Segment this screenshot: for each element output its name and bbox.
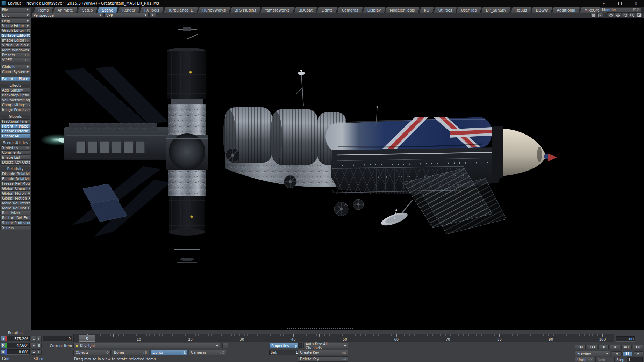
menu-edit[interactable]: Edit▼	[0, 13, 30, 18]
sidebar-item-compositing[interactable]: Compositing^F7	[0, 103, 30, 107]
sidebar-item-globals[interactable]: Globals▼	[0, 65, 30, 69]
tab-3ps-plugins[interactable]: 3PS Plugins	[230, 7, 261, 13]
viewport-3d-scene[interactable]	[31, 18, 644, 330]
tab-dp-sunsky[interactable]: DP_SunSky	[481, 7, 511, 13]
sidebar-item-scene-editor[interactable]: Scene Editor▼	[0, 23, 30, 28]
select-bones-button[interactable]: Bones+B	[112, 350, 149, 355]
tab-utilities[interactable]: Utilities	[434, 7, 457, 13]
pan-view-icon[interactable]	[615, 13, 621, 18]
timeline-slider-handle[interactable]: 0	[79, 335, 95, 342]
next-keyframe-button[interactable]: ▶▶+	[621, 345, 632, 349]
timeline-scroll-indicator[interactable]	[287, 328, 353, 329]
tab-render[interactable]: Render	[117, 7, 140, 13]
sidebar-item-freeze-rel-motion[interactable]: Freeze_Rel_Motion	[0, 181, 30, 186]
item-list-icon[interactable]	[590, 13, 596, 18]
tab-3dcoat[interactable]: 3DCoat	[294, 7, 317, 13]
sidebar-item-global-morph-ac[interactable]: Global_Morph_Ac...	[0, 191, 30, 196]
tab-user-tab[interactable]: User Tab	[456, 7, 482, 13]
sidebar-item-image-process[interactable]: Image Process^F8	[0, 108, 30, 112]
value-stepper[interactable]: ◀▶	[31, 343, 36, 348]
value-stepper[interactable]: ◀▶	[31, 349, 36, 355]
sidebar-item-make-rel-intera[interactable]: Make_Rel_Intera...	[0, 201, 30, 205]
tab-display[interactable]: Display	[363, 7, 386, 13]
sidebar-item-restart-rel-errors[interactable]: Restart_Rel_Errors	[0, 216, 30, 220]
sidebar-item-make-rel-not-i[interactable]: Make_Rel_Not_I...	[0, 206, 30, 210]
play-reverse-button[interactable]: ◀	[612, 351, 622, 356]
sidebar-item-statistics[interactable]: Statisticsw	[0, 145, 30, 150]
end-frame-field[interactable]: 100	[616, 336, 635, 342]
sidebar-item-viper[interactable]: VIPERF7	[0, 58, 30, 62]
center-item-icon[interactable]	[608, 13, 614, 18]
sidebar-item-virtual-studio[interactable]: Virtual Studio▼	[0, 43, 30, 48]
value-stepper[interactable]: ◀▶	[31, 336, 36, 341]
channel-value-p[interactable]: 47.60°	[7, 343, 30, 348]
undo-button[interactable]: Undo ^Z	[575, 357, 594, 362]
sidebar-item-presets[interactable]: PresetsF8	[0, 53, 30, 57]
sidebar-item-enable-deform[interactable]: Enable Deform	[0, 129, 30, 133]
redo-button[interactable]: Redo	[595, 357, 615, 362]
item-picker-button[interactable]	[222, 343, 228, 348]
view-mode-dropdown[interactable]: Perspective ▼	[31, 13, 103, 18]
sidebar-item-fractional-frm[interactable]: Fractional Frm	[0, 119, 30, 124]
sidebar-item-disable-relativity[interactable]: Disable_Relativity	[0, 172, 30, 176]
auto-key-dropdown[interactable]: Auto Key: All Channels ▼	[303, 343, 348, 348]
properties-button[interactable]: Properties p	[269, 343, 299, 348]
delete-key-button[interactable]: Delete Key del	[298, 356, 348, 362]
sidebar-item-image-list[interactable]: Image List	[0, 155, 30, 160]
sidebar-item-more-windows[interactable]: More Windows▼	[0, 48, 30, 52]
maximize-viewport-icon[interactable]	[636, 13, 642, 18]
envelope-button[interactable]: E	[37, 349, 42, 355]
render-mode-dropdown[interactable]: VPR ▼	[104, 13, 149, 18]
tab-scene[interactable]: Scene	[97, 7, 118, 13]
zoom-view-icon[interactable]	[629, 13, 635, 18]
tab-db-w[interactable]: DB&W	[531, 7, 553, 13]
select-objects-button[interactable]: Objects+O	[73, 350, 111, 355]
tab-yamatoworks[interactable]: YamatoWorks	[260, 7, 295, 13]
sidebar-item-sliders[interactable]: Sliders	[0, 225, 30, 230]
sidebar-item-enable-mc[interactable]: Enable MC	[0, 134, 30, 138]
pause-button[interactable]: ▌▌	[623, 351, 632, 356]
sidebar-item-add-sunsky[interactable]: Add_Sunsky	[0, 88, 30, 93]
tab-modeler-tools[interactable]: Modeler Tools	[385, 7, 420, 13]
sidebar-item-coord-system[interactable]: Coord System▼	[0, 70, 30, 74]
sidebar-item-global-channl-a[interactable]: Global_Channl_A...	[0, 186, 30, 191]
save-layout-icon[interactable]	[597, 13, 603, 18]
channel-value-b[interactable]: 0.00°	[7, 349, 30, 355]
select-lights-button[interactable]: Lights+L	[150, 350, 188, 355]
tab-additional[interactable]: Additional	[552, 7, 580, 13]
sidebar-item-image-editor[interactable]: Image EditorF6	[0, 38, 30, 43]
sidebar-item-relativizer[interactable]: Relativizer	[0, 211, 30, 215]
preview-dropdown[interactable]: Preview ▼	[575, 351, 610, 356]
sidebar-item-delete-key-opts[interactable]: Delete Key Opts	[0, 160, 30, 165]
tab-i-o[interactable]: I/O	[419, 7, 434, 13]
tab-fx-tools[interactable]: FX Tools	[139, 7, 164, 13]
tab-animate[interactable]: Animate	[53, 7, 78, 13]
sidebar-item-scene-professors[interactable]: Scene_Professors	[0, 220, 30, 225]
tab-rebus[interactable]: ReBus	[511, 7, 532, 13]
sidebar-item-parent-in-place[interactable]: Parent in Place	[0, 124, 30, 129]
tab-hurleyworks[interactable]: HurleyWorks	[198, 7, 231, 13]
sidebar-item-surface-editor[interactable]: Surface EditorF5	[0, 33, 30, 38]
sidebar-item-enable-relativity[interactable]: Enable_Relativity	[0, 176, 30, 181]
sidebar-item-global-motion-a[interactable]: Global_Motion_A...	[0, 196, 30, 201]
sidebar-item-comments[interactable]: Comments	[0, 150, 30, 155]
channel-value-h[interactable]: 375.20°	[7, 336, 30, 341]
envelope-button[interactable]: E	[37, 336, 42, 341]
create-key-button[interactable]: Create Key ret	[298, 350, 348, 355]
prev-keyframe-button[interactable]: +◀◀	[587, 345, 597, 349]
step-field[interactable]: 1	[627, 357, 643, 362]
sidebar-item-graph-editor[interactable]: Graph Editor^F2	[0, 28, 30, 33]
select-cameras-button[interactable]: Cameras+C	[189, 350, 226, 355]
sidebar-item-volumetrics-fog[interactable]: Volumetrics/Fog▼	[0, 98, 30, 102]
menu-file[interactable]: File▼	[0, 7, 30, 12]
jump-last-frame-button[interactable]: ▶▶|	[633, 345, 643, 349]
auto-key-checkbox[interactable]: ✓	[298, 343, 302, 348]
play-forward-button[interactable]: ▶	[634, 351, 643, 356]
prev-frame-button[interactable]: ◀||	[598, 345, 609, 349]
next-frame-button[interactable]: ||▶	[610, 345, 620, 349]
tab-setup[interactable]: Setup	[77, 7, 98, 13]
minimize-button[interactable]: –	[596, 0, 612, 7]
render-options-dropdown[interactable]: ▼	[149, 13, 156, 18]
sidebar-item-backdrop-optio[interactable]: Backdrop Optio...▼	[0, 93, 30, 97]
current-frame-field[interactable]: 0	[43, 336, 72, 341]
